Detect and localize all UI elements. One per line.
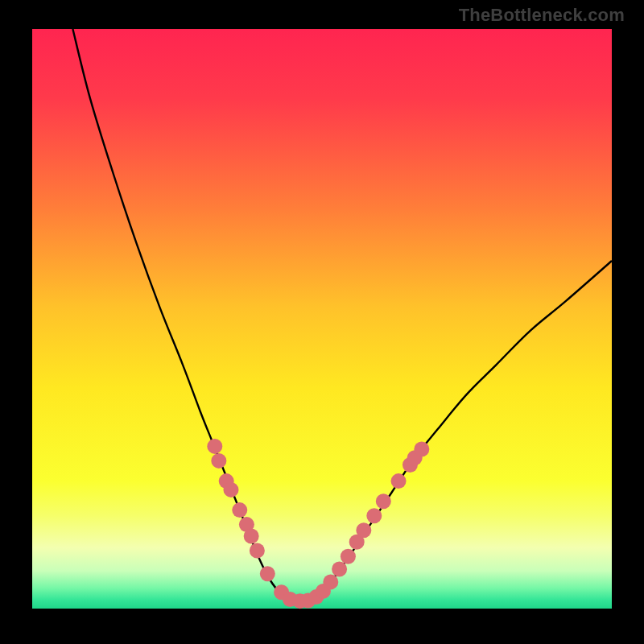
curve-marker <box>376 493 391 509</box>
bottleneck-curve <box>72 29 612 602</box>
curve-marker <box>260 566 275 581</box>
curve-marker <box>356 522 371 538</box>
curve-layer <box>32 29 612 609</box>
curve-marker <box>391 473 407 489</box>
curve-marker <box>323 574 338 589</box>
curve-marker <box>366 508 382 523</box>
watermark-label: TheBottleneck.com <box>459 5 625 26</box>
curve-marker <box>244 529 259 544</box>
curve-marker <box>250 543 265 559</box>
curve-marker <box>332 562 347 577</box>
curve-marker <box>207 439 222 454</box>
curve-marker <box>232 502 247 518</box>
curve-marker <box>223 482 238 497</box>
curve-marker <box>341 549 356 564</box>
plot-area <box>32 29 612 609</box>
chart-container: TheBottleneck.com <box>0 0 644 644</box>
curve-marker <box>211 453 226 469</box>
curve-markers <box>207 439 429 609</box>
curve-marker <box>414 442 429 457</box>
